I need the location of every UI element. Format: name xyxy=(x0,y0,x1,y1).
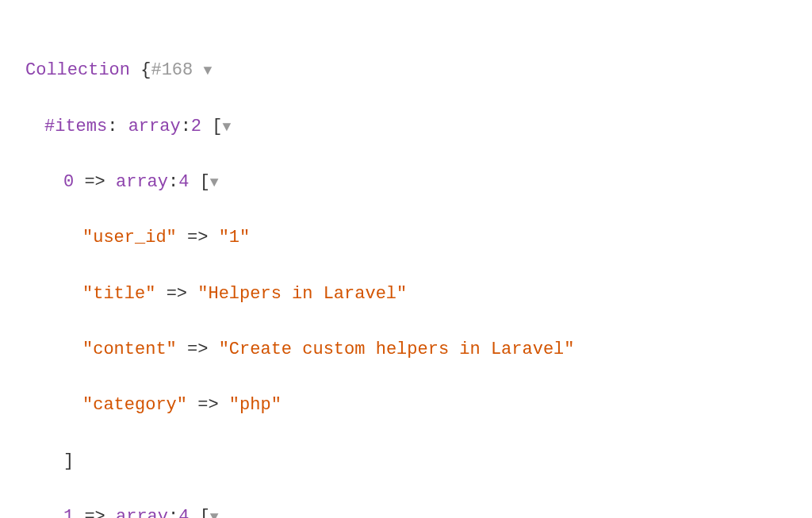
colon: : xyxy=(107,117,117,136)
collection-header: Collection {#168 ▼ xyxy=(25,56,787,84)
array-type: array xyxy=(116,172,168,192)
object-id: #168 xyxy=(151,60,193,80)
field-key: "category" xyxy=(82,395,187,415)
arrow-op: => xyxy=(197,395,218,415)
arrow-op: => xyxy=(84,172,105,192)
array-count: 2 xyxy=(191,117,201,136)
field-key: "content" xyxy=(82,340,177,359)
dump-output: Collection {#168 ▼ #items: array:2 [▼ 0 … xyxy=(25,29,787,518)
open-brace: { xyxy=(140,60,151,80)
arrow-op: => xyxy=(187,340,208,359)
arrow-op: => xyxy=(187,228,208,247)
open-bracket: [ xyxy=(200,507,210,518)
array-type: array xyxy=(128,117,181,136)
field-key: "title" xyxy=(82,284,155,304)
class-name: Collection xyxy=(25,60,130,80)
toggle-icon[interactable]: ▼ xyxy=(210,506,219,518)
field-key: "user_id" xyxy=(82,228,177,247)
field-value: "Create custom helpers in Laravel" xyxy=(219,340,575,359)
field-value: "1" xyxy=(219,228,251,247)
arrow-op: => xyxy=(167,284,187,304)
field-row: "title" => "Helpers in Laravel" xyxy=(25,280,787,308)
toggle-icon[interactable]: ▼ xyxy=(203,59,212,82)
items-header: #items: array:2 [▼ xyxy=(25,113,787,140)
field-row: "category" => "php" xyxy=(25,391,787,419)
entry-index: 1 xyxy=(63,507,74,518)
open-bracket: [ xyxy=(200,172,210,192)
entry-index: 0 xyxy=(63,172,74,192)
field-row: "content" => "Create custom helpers in L… xyxy=(25,336,787,363)
entry-count: 4 xyxy=(178,172,189,192)
open-bracket: [ xyxy=(212,117,222,136)
field-row: "user_id" => "1" xyxy=(25,224,787,251)
arrow-op: => xyxy=(84,507,105,518)
field-value: "Helpers in Laravel" xyxy=(197,284,407,304)
toggle-icon[interactable]: ▼ xyxy=(222,116,231,139)
toggle-icon[interactable]: ▼ xyxy=(210,171,219,194)
close-bracket: ] xyxy=(25,447,787,475)
items-label: #items xyxy=(44,117,107,136)
array-type: array xyxy=(116,507,168,518)
field-value: "php" xyxy=(229,395,282,415)
entry-header: 0 => array:4 [▼ xyxy=(25,168,787,196)
entry-count: 4 xyxy=(178,507,189,518)
entry-header: 1 => array:4 [▼ xyxy=(25,503,787,518)
